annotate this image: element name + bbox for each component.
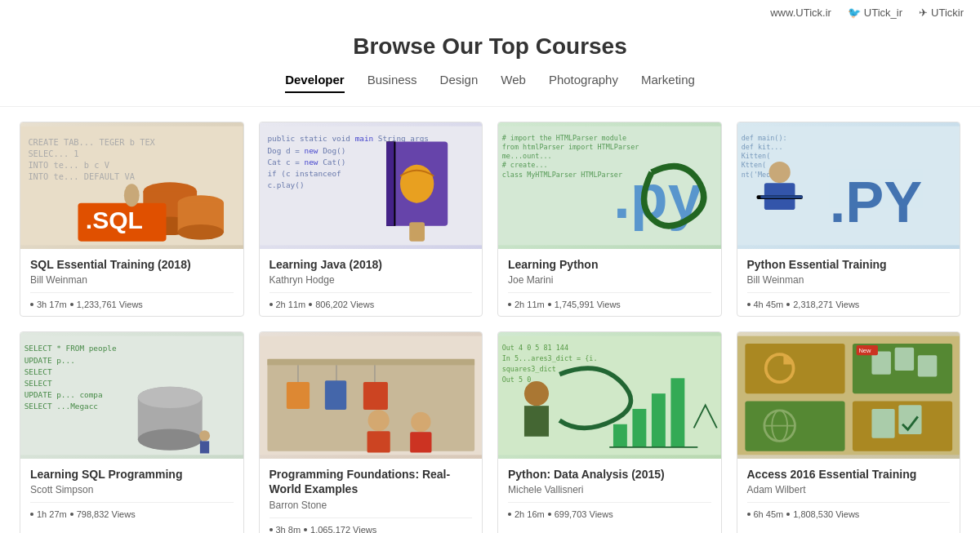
svg-rect-76 <box>652 393 666 447</box>
dot-separator <box>548 303 551 306</box>
course-author: Adam Wilbert <box>747 484 951 495</box>
svg-text:New: New <box>858 348 871 355</box>
course-views: 2,318,271 Views <box>793 300 859 309</box>
course-thumbnail: Out 4 0 5 81 144 In 5...ares3_dict = {i.… <box>498 332 721 459</box>
svg-rect-22 <box>386 141 394 225</box>
svg-point-10 <box>178 224 224 240</box>
course-info: Python Essential Training Bill Weinman 4… <box>737 249 960 316</box>
svg-rect-77 <box>670 379 684 448</box>
svg-text:if (c instanceof: if (c instanceof <box>267 169 341 178</box>
course-author: Bill Weinman <box>30 274 234 286</box>
course-thumbnail: New <box>737 332 960 459</box>
tab-design[interactable]: Design <box>440 73 479 93</box>
svg-rect-88 <box>894 348 913 371</box>
course-views: 1,065,172 Views <box>310 525 376 533</box>
dot-separator <box>304 528 307 531</box>
course-thumbnail <box>260 332 483 459</box>
courses-grid: CREATE TAB... TEGER b TEX SELEC... 1 INT… <box>0 107 980 533</box>
course-card[interactable]: New Access 2016 Essential Training Adam … <box>737 331 961 533</box>
dot-separator <box>70 513 74 516</box>
svg-text:SELECT   ...Megacc: SELECT ...Megacc <box>24 402 98 411</box>
course-info: Learning Java (2018) Kathryn Hodge 2h 11… <box>260 249 483 316</box>
dot-separator <box>508 303 511 306</box>
course-duration: 4h 45m <box>754 300 784 309</box>
course-author: Michele Vallisneri <box>508 484 711 495</box>
svg-point-79 <box>524 381 549 406</box>
course-info: SQL Essential Training (2018) Bill Weinm… <box>20 249 243 316</box>
svg-text:def kit...: def kit... <box>741 143 782 151</box>
twitter-link[interactable]: 🐦 UTick_ir <box>848 7 902 19</box>
course-duration: 1h 27m <box>37 509 67 519</box>
course-views: 699,703 Views <box>555 509 613 519</box>
course-author: Kathryn Hodge <box>270 274 473 286</box>
svg-rect-55 <box>200 442 209 454</box>
dot-separator <box>786 303 790 306</box>
svg-point-54 <box>199 430 210 441</box>
course-meta: 2h 11m 806,202 Views <box>270 292 473 309</box>
course-duration: 2h 11m <box>276 300 306 309</box>
course-meta: 2h 11m 1,745,991 Views <box>508 292 711 309</box>
twitter-icon: 🐦 <box>848 7 861 19</box>
dot-separator <box>70 303 74 306</box>
website-link[interactable]: www.UTick.ir <box>770 7 831 19</box>
course-info: Access 2016 Essential Training Adam Wilb… <box>737 459 960 526</box>
tab-developer[interactable]: Developer <box>285 73 345 93</box>
svg-text:class MyHTMLParser HTMLParser: class MyHTMLParser HTMLParser <box>502 171 622 179</box>
svg-rect-62 <box>324 380 345 410</box>
svg-text:.PY: .PY <box>829 170 922 234</box>
svg-rect-80 <box>524 406 549 437</box>
course-card[interactable]: # import the HTMLParser module from html… <box>497 122 722 317</box>
course-duration: 6h 45m <box>754 509 784 519</box>
svg-rect-74 <box>613 424 627 447</box>
course-duration: 3h 17m <box>37 300 67 309</box>
course-card[interactable]: public static void main String args Dog … <box>259 122 483 317</box>
svg-point-13 <box>124 184 140 207</box>
top-bar: www.UTick.ir 🐦 UTick_ir ✈ UTickir <box>0 0 980 25</box>
svg-text:Out 4    0  5  81  144: Out 4 0 5 81 144 <box>502 344 568 352</box>
svg-rect-75 <box>632 409 646 447</box>
course-meta: 2h 16m 699,703 Views <box>508 502 711 519</box>
course-duration: 2h 16m <box>514 509 545 519</box>
tab-business[interactable]: Business <box>368 73 417 93</box>
course-card[interactable]: Out 4 0 5 81 144 In 5...ares3_dict = {i.… <box>497 331 722 533</box>
course-meta: 1h 27m 798,832 Views <box>30 502 234 519</box>
course-thumbnail: public static void main String args Dog … <box>260 122 483 249</box>
svg-text:Kitten(: Kitten( <box>741 152 770 160</box>
svg-text:Dog d = new Dog(): Dog d = new Dog() <box>267 146 345 155</box>
svg-text:def main():: def main(): <box>741 134 786 142</box>
svg-rect-82 <box>745 344 844 393</box>
course-meta: 3h 8m 1,065,172 Views <box>270 517 473 533</box>
course-title: Learning Python <box>508 257 711 272</box>
course-card[interactable]: SELECT * FROM people UPDATE p... SELECT … <box>20 331 244 533</box>
tab-web[interactable]: Web <box>501 73 526 93</box>
svg-text:INTO te... DEFAULT VA: INTO te... DEFAULT VA <box>28 171 135 181</box>
course-tabs: DeveloperBusinessDesignWebPhotographyMar… <box>0 73 980 107</box>
svg-text:SELECT: SELECT <box>24 379 52 388</box>
svg-text:In  5...ares3_dict = {i.: In 5...ares3_dict = {i. <box>502 354 598 362</box>
course-title: Python: Data Analysis (2015) <box>508 467 711 482</box>
svg-rect-68 <box>410 432 431 452</box>
course-card[interactable]: def main(): def kit... Kitten( Ktten( nt… <box>737 122 961 317</box>
course-views: 1,808,530 Views <box>793 509 859 519</box>
svg-point-67 <box>411 412 430 432</box>
tab-photography[interactable]: Photography <box>549 73 618 93</box>
tab-marketing[interactable]: Marketing <box>641 73 695 93</box>
course-meta: 3h 17m 1,233,761 Views <box>30 292 234 309</box>
course-info: Python: Data Analysis (2015) Michele Val… <box>498 459 721 526</box>
telegram-link[interactable]: ✈ UTickir <box>919 7 964 19</box>
dot-separator <box>508 513 511 516</box>
dot-separator <box>747 513 751 516</box>
svg-text:c.play(): c.play() <box>267 180 304 189</box>
course-title: Learning Java (2018) <box>270 257 473 272</box>
course-card[interactable]: Programming Foundations: Real-World Exam… <box>259 331 483 533</box>
dot-separator <box>270 528 273 531</box>
course-author: Scott Simpson <box>30 484 234 495</box>
svg-text:SELECT * FROM people: SELECT * FROM people <box>24 344 117 353</box>
course-thumbnail: def main(): def kit... Kitten( Ktten( nt… <box>737 122 960 249</box>
svg-text:# create...: # create... <box>502 161 548 169</box>
course-card[interactable]: CREATE TAB... TEGER b TEX SELEC... 1 INT… <box>20 122 244 317</box>
course-meta: 4h 45m 2,318,271 Views <box>747 292 951 309</box>
svg-rect-58 <box>267 359 474 366</box>
svg-text:UPDATE p... compa: UPDATE p... compa <box>24 390 103 399</box>
svg-point-39 <box>768 162 790 183</box>
